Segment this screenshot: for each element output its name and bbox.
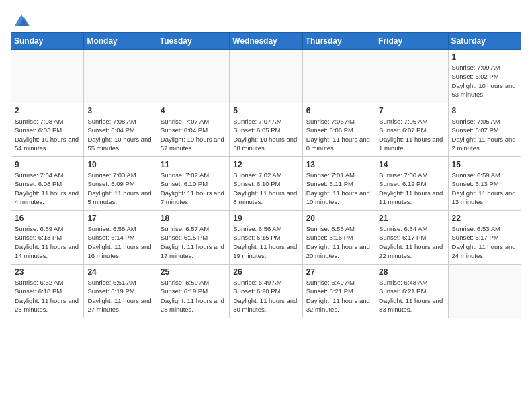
day-number: 24 [87, 267, 152, 277]
day-number: 11 [161, 160, 226, 169]
day-info-text: Sunset: 6:13 PM [15, 233, 80, 242]
day-info-text: Daylight: 11 hours and 8 minutes. [233, 189, 298, 207]
day-info-text: Daylight: 11 hours and 2 minutes. [452, 135, 517, 153]
calendar-cell: 10Sunrise: 7:03 AMSunset: 6:09 PMDayligh… [84, 157, 157, 211]
day-info-text: Daylight: 10 hours and 57 minutes. [161, 135, 226, 153]
calendar-cell: 22Sunrise: 6:53 AMSunset: 6:17 PMDayligh… [448, 211, 521, 265]
weekday-header-saturday: Saturday [448, 33, 521, 50]
day-info-text: Daylight: 11 hours and 13 minutes. [452, 189, 517, 207]
day-number: 20 [306, 214, 371, 223]
day-number: 9 [15, 160, 80, 169]
day-info-text: Sunrise: 7:07 AM [161, 117, 226, 126]
day-info-text: Sunrise: 7:08 AM [15, 117, 80, 126]
day-info-text: Sunrise: 6:49 AM [306, 278, 371, 287]
day-info-text: Sunrise: 7:06 AM [306, 117, 371, 126]
calendar-cell: 1Sunrise: 7:09 AMSunset: 6:02 PMDaylight… [448, 50, 521, 103]
day-info-text: Daylight: 11 hours and 10 minutes. [306, 189, 371, 207]
day-info-text: Daylight: 11 hours and 20 minutes. [306, 242, 371, 261]
day-number: 28 [379, 267, 444, 277]
day-number: 12 [233, 160, 298, 169]
day-info-text: Daylight: 10 hours and 54 minutes. [15, 135, 80, 153]
day-info-text: Sunrise: 7:03 AM [87, 171, 152, 179]
day-number: 22 [452, 214, 517, 223]
calendar-cell: 12Sunrise: 7:02 AMSunset: 6:10 PMDayligh… [230, 157, 302, 211]
day-info-text: Daylight: 11 hours and 19 minutes. [233, 242, 298, 261]
day-info-text: Sunset: 6:04 PM [87, 126, 152, 134]
day-info-text: Daylight: 11 hours and 17 minutes. [161, 242, 226, 261]
day-info-text: Sunset: 6:04 PM [161, 126, 226, 134]
day-info-text: Daylight: 11 hours and 5 minutes. [87, 189, 152, 207]
day-info-text: Sunset: 6:19 PM [161, 287, 226, 295]
day-number: 3 [87, 106, 152, 116]
calendar-cell: 9Sunrise: 7:04 AMSunset: 6:08 PMDaylight… [11, 157, 84, 211]
day-info-text: Sunset: 6:21 PM [306, 287, 371, 295]
day-info-text: Sunset: 6:02 PM [452, 72, 517, 81]
calendar-cell: 24Sunrise: 6:51 AMSunset: 6:19 PMDayligh… [84, 265, 157, 318]
day-info-text: Sunrise: 7:02 AM [161, 171, 226, 179]
day-number: 25 [161, 267, 226, 277]
day-number: 14 [379, 160, 444, 169]
day-info-text: Sunrise: 6:58 AM [87, 224, 152, 233]
day-info-text: Sunset: 6:08 PM [15, 179, 80, 188]
day-info-text: Sunset: 6:16 PM [306, 233, 371, 242]
calendar-cell: 19Sunrise: 6:56 AMSunset: 6:15 PMDayligh… [230, 211, 302, 265]
day-info-text: Sunset: 6:05 PM [233, 126, 298, 134]
day-info-text: Sunrise: 6:53 AM [452, 224, 517, 233]
day-info-text: Daylight: 11 hours and 0 minutes. [306, 135, 371, 153]
weekday-header-monday: Monday [84, 33, 157, 50]
day-info-text: Sunrise: 6:52 AM [15, 278, 80, 287]
page-header [11, 11, 521, 26]
day-info-text: Sunrise: 7:09 AM [452, 63, 517, 72]
calendar-week-row-2: 2Sunrise: 7:08 AMSunset: 6:03 PMDaylight… [11, 103, 521, 157]
day-info-text: Sunset: 6:12 PM [379, 179, 444, 188]
day-info-text: Sunrise: 7:08 AM [87, 117, 152, 126]
day-info-text: Daylight: 11 hours and 25 minutes. [15, 296, 80, 314]
day-info-text: Sunset: 6:03 PM [15, 126, 80, 134]
day-info-text: Sunrise: 6:55 AM [306, 224, 371, 233]
calendar-cell: 16Sunrise: 6:59 AMSunset: 6:13 PMDayligh… [11, 211, 84, 265]
calendar-cell: 3Sunrise: 7:08 AMSunset: 6:04 PMDaylight… [84, 103, 157, 157]
day-number: 2 [15, 106, 80, 116]
day-info-text: Sunrise: 7:00 AM [379, 171, 444, 179]
calendar-cell: 18Sunrise: 6:57 AMSunset: 6:15 PMDayligh… [157, 211, 229, 265]
day-info-text: Daylight: 11 hours and 16 minutes. [87, 242, 152, 261]
day-number: 21 [379, 214, 444, 223]
day-info-text: Daylight: 11 hours and 4 minutes. [15, 189, 80, 207]
day-info-text: Sunrise: 6:50 AM [161, 278, 226, 287]
calendar-cell [157, 50, 229, 103]
day-info-text: Daylight: 11 hours and 22 minutes. [379, 242, 444, 261]
day-number: 5 [233, 106, 298, 116]
calendar-cell: 13Sunrise: 7:01 AMSunset: 6:11 PMDayligh… [302, 157, 375, 211]
day-info-text: Sunrise: 6:59 AM [452, 171, 517, 179]
day-info-text: Daylight: 11 hours and 33 minutes. [379, 296, 444, 314]
day-info-text: Sunrise: 7:07 AM [233, 117, 298, 126]
calendar-cell: 14Sunrise: 7:00 AMSunset: 6:12 PMDayligh… [375, 157, 448, 211]
day-info-text: Sunset: 6:10 PM [161, 179, 226, 188]
day-info-text: Sunset: 6:21 PM [379, 287, 444, 295]
day-info-text: Sunset: 6:17 PM [379, 233, 444, 242]
weekday-header-tuesday: Tuesday [157, 33, 229, 50]
day-info-text: Sunrise: 6:54 AM [379, 224, 444, 233]
weekday-header-wednesday: Wednesday [230, 33, 302, 50]
day-info-text: Daylight: 11 hours and 30 minutes. [233, 296, 298, 314]
calendar-cell: 27Sunrise: 6:49 AMSunset: 6:21 PMDayligh… [302, 265, 375, 318]
calendar-week-row-3: 9Sunrise: 7:04 AMSunset: 6:08 PMDaylight… [11, 157, 521, 211]
day-number: 16 [15, 214, 80, 223]
day-info-text: Daylight: 10 hours and 58 minutes. [233, 135, 298, 153]
day-info-text: Daylight: 11 hours and 14 minutes. [15, 242, 80, 261]
calendar-week-row-1: 1Sunrise: 7:09 AMSunset: 6:02 PMDaylight… [11, 50, 521, 103]
weekday-header-friday: Friday [375, 33, 448, 50]
day-info-text: Daylight: 11 hours and 7 minutes. [161, 189, 226, 207]
day-info-text: Daylight: 11 hours and 1 minute. [379, 135, 444, 153]
day-info-text: Sunrise: 7:05 AM [379, 117, 444, 126]
day-number: 6 [306, 106, 371, 116]
weekday-header-sunday: Sunday [11, 33, 84, 50]
day-number: 4 [161, 106, 226, 116]
day-info-text: Daylight: 11 hours and 11 minutes. [379, 189, 444, 207]
day-number: 17 [87, 214, 152, 223]
day-info-text: Sunset: 6:14 PM [87, 233, 152, 242]
day-info-text: Sunset: 6:07 PM [379, 126, 444, 134]
day-info-text: Sunrise: 7:05 AM [452, 117, 517, 126]
calendar-cell: 25Sunrise: 6:50 AMSunset: 6:19 PMDayligh… [157, 265, 229, 318]
calendar-cell: 11Sunrise: 7:02 AMSunset: 6:10 PMDayligh… [157, 157, 229, 211]
